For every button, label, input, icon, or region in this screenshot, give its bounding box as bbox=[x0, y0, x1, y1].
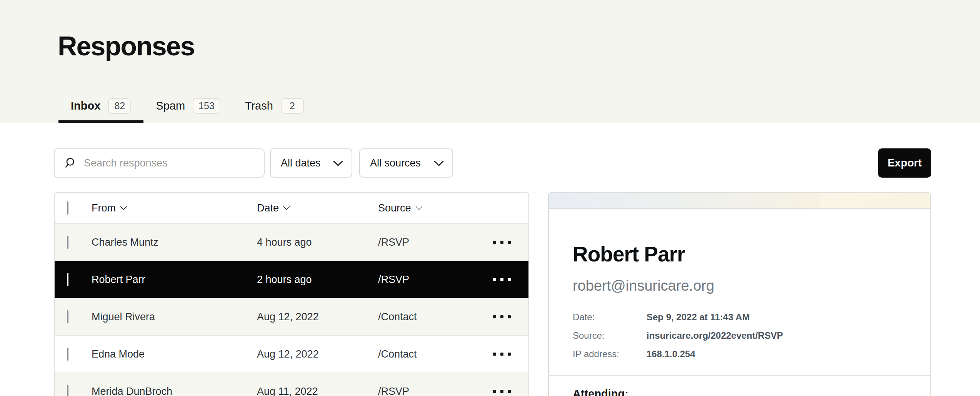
row-checkbox[interactable] bbox=[67, 273, 68, 286]
row-checkbox[interactable] bbox=[67, 310, 68, 323]
row-checkbox[interactable] bbox=[67, 236, 68, 249]
row-date: Aug 12, 2022 bbox=[257, 348, 378, 360]
tab-count-badge: 2 bbox=[281, 98, 304, 114]
attending-heading: Attending: bbox=[573, 387, 907, 396]
tab-count-badge: 82 bbox=[108, 98, 131, 114]
source-filter-dropdown[interactable]: All sources bbox=[359, 148, 453, 178]
row-date: 4 hours ago bbox=[257, 236, 378, 248]
search-input[interactable] bbox=[83, 157, 255, 170]
column-header-from[interactable]: From bbox=[92, 202, 257, 214]
row-source: /Contact bbox=[378, 348, 491, 360]
tab-count-badge: 153 bbox=[193, 98, 220, 114]
chevron-down-icon bbox=[415, 203, 422, 210]
row-source: /RSVP bbox=[378, 386, 491, 396]
row-source: /RSVP bbox=[378, 236, 491, 248]
meta-row: Source: insuricare.org/2022event/RSVP bbox=[573, 326, 907, 345]
row-from: Merida DunBroch bbox=[92, 386, 257, 396]
table-body: Charles Muntz 4 hours ago /RSVP Robert P… bbox=[55, 223, 528, 396]
response-detail-panel: Robert Parr robert@insuricare.org Date: … bbox=[548, 192, 931, 396]
page-title: Responses bbox=[58, 31, 194, 62]
table-row[interactable]: Miguel Rivera Aug 12, 2022 /Contact bbox=[55, 298, 528, 335]
select-all-checkbox[interactable] bbox=[67, 201, 68, 215]
row-actions-menu-icon[interactable] bbox=[491, 278, 528, 281]
row-from: Miguel Rivera bbox=[92, 311, 257, 323]
chevron-down-icon bbox=[283, 203, 290, 210]
table-row[interactable]: Charles Muntz 4 hours ago /RSVP bbox=[55, 223, 528, 261]
row-from: Edna Mode bbox=[92, 348, 257, 360]
source-filter-label: All sources bbox=[370, 157, 421, 169]
table-header-row: From Date Source bbox=[55, 193, 528, 223]
row-actions-menu-icon[interactable] bbox=[491, 315, 528, 318]
search-icon bbox=[64, 157, 76, 169]
row-actions-menu-icon[interactable] bbox=[491, 241, 528, 244]
chevron-down-icon bbox=[120, 203, 127, 210]
tab-bar: Inbox 82 Spam 153 Trash 2 bbox=[58, 91, 316, 123]
row-source: /RSVP bbox=[378, 274, 491, 286]
export-button[interactable]: Export bbox=[878, 148, 931, 178]
row-actions-menu-icon[interactable] bbox=[491, 390, 528, 393]
row-date: Aug 11, 2022 bbox=[257, 386, 378, 396]
table-row[interactable]: Merida DunBroch Aug 11, 2022 /RSVP bbox=[55, 373, 528, 396]
row-from: Charles Muntz bbox=[92, 236, 257, 248]
tab-label: Spam bbox=[156, 100, 185, 112]
header-band: Responses Inbox 82 Spam 153 Trash 2 bbox=[0, 0, 980, 123]
tab[interactable]: Inbox 82 bbox=[58, 91, 143, 123]
table-row[interactable]: Robert Parr 2 hours ago /RSVP bbox=[55, 261, 528, 298]
meta-row: Date: Sep 9, 2022 at 11:43 AM bbox=[573, 308, 907, 326]
detail-banner bbox=[549, 193, 930, 209]
tab-label: Trash bbox=[245, 100, 273, 112]
detail-meta: Date: Sep 9, 2022 at 11:43 AM Source: in… bbox=[573, 308, 907, 363]
respondent-name: Robert Parr bbox=[573, 243, 907, 266]
column-header-source[interactable]: Source bbox=[378, 202, 491, 214]
row-from: Robert Parr bbox=[92, 274, 257, 286]
row-date: Aug 12, 2022 bbox=[257, 311, 378, 323]
date-filter-dropdown[interactable]: All dates bbox=[270, 148, 352, 178]
row-checkbox[interactable] bbox=[67, 385, 68, 396]
table-row[interactable]: Edna Mode Aug 12, 2022 /Contact bbox=[55, 335, 528, 373]
responses-page: Responses Inbox 82 Spam 153 Trash 2 bbox=[0, 0, 980, 396]
meta-value: Sep 9, 2022 at 11:43 AM bbox=[647, 308, 750, 326]
row-source: /Contact bbox=[378, 311, 491, 323]
chevron-down-icon bbox=[333, 156, 343, 166]
row-actions-menu-icon[interactable] bbox=[491, 353, 528, 356]
meta-label: Source: bbox=[573, 326, 647, 345]
detail-divider bbox=[549, 375, 930, 376]
tab-label: Inbox bbox=[71, 100, 100, 112]
meta-label: IP address: bbox=[573, 345, 647, 363]
detail-body: Robert Parr robert@insuricare.org Date: … bbox=[549, 243, 930, 396]
column-header-date[interactable]: Date bbox=[257, 202, 378, 214]
meta-row: IP address: 168.1.0.254 bbox=[573, 345, 907, 363]
chevron-down-icon bbox=[434, 156, 443, 166]
tab[interactable]: Spam 153 bbox=[143, 91, 232, 123]
search-box[interactable] bbox=[54, 148, 265, 178]
date-filter-label: All dates bbox=[281, 157, 321, 169]
meta-label: Date: bbox=[573, 308, 647, 326]
meta-value: 168.1.0.254 bbox=[647, 345, 695, 363]
row-date: 2 hours ago bbox=[257, 274, 378, 286]
tab[interactable]: Trash 2 bbox=[233, 91, 316, 123]
responses-table: From Date Source Charles Muntz 4 hours a… bbox=[54, 192, 529, 396]
meta-value: insuricare.org/2022event/RSVP bbox=[647, 326, 783, 345]
row-checkbox[interactable] bbox=[67, 348, 68, 361]
respondent-email: robert@insuricare.org bbox=[573, 277, 907, 294]
